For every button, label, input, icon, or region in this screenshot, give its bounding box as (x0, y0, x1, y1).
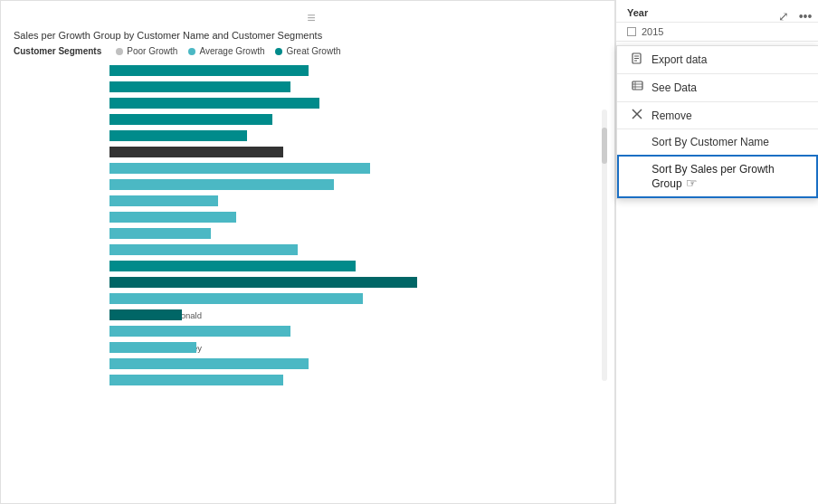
drag-handle[interactable]: ≡ (10, 10, 614, 26)
bar-fill (109, 309, 182, 320)
great-growth-label: Great Growth (286, 46, 340, 56)
bar-row: Aaron Day (109, 96, 596, 110)
great-growth-dot (275, 48, 282, 55)
menu-item-label: Sort By Customer Name (652, 136, 769, 148)
bar-row: Adam Riley (109, 340, 596, 355)
bar-fill (109, 293, 363, 304)
year-value-row[interactable]: 2015 (616, 23, 818, 42)
bar-track (109, 195, 596, 206)
chart-panel: ≡ Sales per Growth Group by Customer Nam… (0, 0, 615, 504)
bar-track (109, 130, 596, 141)
bar-track (109, 179, 596, 190)
bar-fill (109, 375, 283, 385)
menu-item-label: See Data (652, 81, 697, 94)
poor-growth-dot (116, 48, 123, 55)
bar-track (109, 147, 596, 157)
bar-track (109, 244, 596, 255)
poor-growth-label: Poor Growth (127, 46, 177, 56)
bar-track (109, 65, 596, 76)
remove-icon (630, 109, 644, 122)
bar-track (109, 114, 596, 125)
bar-row: Adam Mccoy (109, 291, 596, 306)
bar-row: Adam Alexander (109, 194, 596, 208)
top-icons: ⤢ ••• (775, 7, 814, 25)
bar-row: Adam Hunter (109, 259, 596, 273)
right-panel: ⤢ ••• Year 2015 Export dataSee DataRemov… (615, 0, 818, 504)
menu-item-export-data[interactable]: Export data (617, 46, 818, 73)
menu-item-label: Remove (652, 109, 692, 122)
average-growth-dot (188, 48, 195, 55)
menu-item-label: Sort By Sales per Growth Group☞ (652, 163, 804, 190)
bar-fill (109, 130, 247, 141)
bar-row: Aaron Miller (109, 128, 596, 143)
context-menu: Export dataSee DataRemoveSort By Custome… (616, 45, 818, 199)
menu-item-sort-by-sales[interactable]: Sort By Sales per Growth Group☞ (617, 155, 818, 198)
more-options-icon[interactable]: ••• (796, 7, 814, 25)
scroll-indicator[interactable] (602, 109, 607, 381)
bar-track (109, 326, 596, 337)
bar-track (109, 293, 596, 304)
bar-row: Aaron Johnson (109, 112, 596, 127)
bar-row: Adam Hernandez (109, 242, 596, 257)
year-text: 2015 (642, 26, 663, 37)
bar-fill (109, 98, 319, 109)
legend-great-growth: Great Growth (275, 46, 340, 56)
hand-cursor-icon: ☞ (686, 176, 698, 190)
legend-prefix: Customer Segments (14, 46, 101, 56)
bar-track (109, 261, 596, 271)
export-data-icon (630, 52, 644, 67)
bar-row: Adam Thompson (109, 357, 596, 371)
chart-legend: Customer Segments Poor Growth Average Gr… (10, 46, 614, 56)
bar-track (109, 228, 596, 239)
average-growth-label: Average Growth (199, 46, 264, 56)
bar-fill (109, 358, 309, 369)
bar-row: Adam Jenkins (109, 275, 596, 290)
bar-track (109, 342, 596, 353)
bar-row: Aaron Mills (109, 145, 596, 159)
bar-fill (109, 147, 283, 157)
bar-row: Adam Bailey (109, 210, 596, 224)
bar-fill (109, 65, 309, 76)
bar-row: Aaron Carr (109, 63, 596, 78)
bar-track (109, 81, 596, 92)
bar-fill (109, 212, 236, 223)
bar-fill (109, 261, 356, 271)
year-checkbox[interactable] (627, 27, 636, 36)
bar-fill (109, 114, 272, 125)
svg-rect-4 (633, 81, 642, 90)
bar-row: Aaron Moreno (109, 161, 596, 176)
bar-row: Aaron Tucker (109, 177, 596, 192)
chart-area: Aaron CarrAaron CruzAaron DayAaron Johns… (10, 63, 614, 387)
bar-fill (109, 179, 334, 190)
bar-track (109, 358, 596, 369)
bar-row: Aaron Cruz (109, 80, 596, 94)
see-data-icon (630, 81, 644, 95)
bar-fill (109, 326, 290, 337)
bar-fill (109, 277, 417, 288)
menu-item-label: Export data (652, 53, 707, 66)
menu-item-remove[interactable]: Remove (617, 102, 818, 128)
bar-fill (109, 195, 218, 206)
bar-fill (109, 228, 211, 239)
menu-item-sort-by-customer[interactable]: Sort By Customer Name (617, 129, 818, 155)
bar-track (109, 375, 596, 385)
bar-fill (109, 81, 290, 92)
bar-row: Adam Duncan (109, 226, 596, 241)
scroll-thumb[interactable] (602, 128, 607, 164)
bar-row: Adam Wheeler (109, 373, 596, 387)
bar-track (109, 98, 596, 109)
bar-fill (109, 244, 298, 255)
chart-title: Sales per Growth Group by Customer Name … (10, 30, 614, 41)
bar-track (109, 309, 596, 320)
bar-track (109, 212, 596, 223)
bar-fill (109, 342, 196, 353)
legend-average-growth: Average Growth (188, 46, 264, 56)
bar-row: Adam Mcdonald (109, 308, 596, 322)
menu-item-see-data[interactable]: See Data (617, 74, 818, 101)
bar-track (109, 277, 596, 288)
bar-row: Adam Myers (109, 324, 596, 338)
legend-poor-growth: Poor Growth (116, 46, 177, 56)
bar-fill (109, 163, 370, 174)
expand-icon[interactable]: ⤢ (775, 7, 793, 25)
bar-track (109, 163, 596, 174)
